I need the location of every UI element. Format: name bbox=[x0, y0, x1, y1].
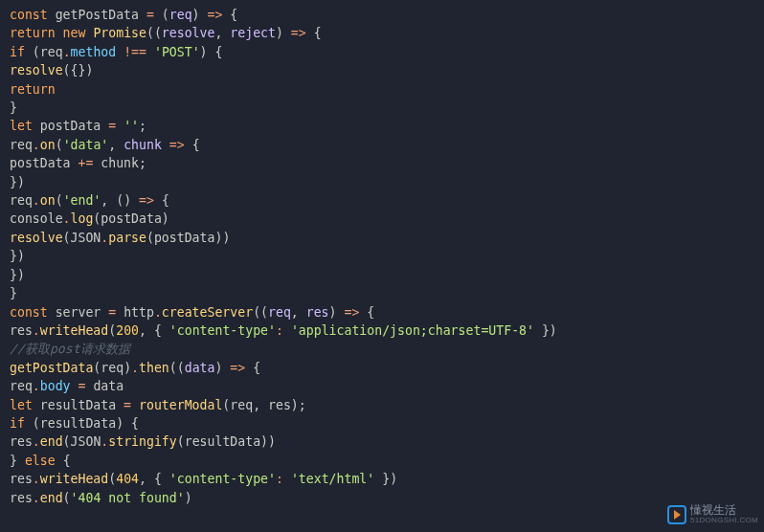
code-token: const bbox=[10, 8, 48, 22]
code-token: console bbox=[10, 211, 63, 226]
code-token: ) bbox=[200, 45, 208, 59]
play-icon bbox=[667, 505, 686, 524]
code-token: else bbox=[25, 454, 56, 468]
code-token bbox=[17, 454, 25, 468]
code-token bbox=[131, 398, 139, 412]
code-line: }) bbox=[10, 247, 764, 265]
code-token: chunk; bbox=[93, 156, 146, 170]
code-token: JSON bbox=[71, 434, 101, 449]
code-token bbox=[71, 379, 79, 393]
code-token: '' bbox=[124, 119, 139, 133]
code-token: req bbox=[10, 193, 33, 208]
code-token: 'end' bbox=[63, 193, 101, 208]
code-token: ) bbox=[329, 305, 337, 320]
code-token: => bbox=[169, 138, 185, 152]
code-token: }) bbox=[382, 472, 397, 486]
code-token: routerModal bbox=[139, 398, 222, 412]
code-token: ( bbox=[162, 8, 169, 22]
code-token bbox=[534, 323, 542, 338]
code-token bbox=[185, 138, 192, 152]
code-token: 'application/json;charset=UTF-8' bbox=[291, 323, 534, 338]
code-token: . bbox=[33, 472, 40, 486]
code-token: ) bbox=[291, 398, 299, 412]
code-token: parse bbox=[108, 231, 146, 245]
code-token bbox=[25, 416, 33, 431]
code-token: !== bbox=[124, 45, 146, 59]
code-token: on bbox=[40, 193, 56, 208]
code-token: ) bbox=[276, 26, 283, 40]
code-token: { bbox=[253, 361, 260, 375]
code-line: res.writeHead(404, { 'content-type': 'te… bbox=[10, 470, 764, 488]
code-token: ( bbox=[63, 434, 71, 449]
code-token: : bbox=[276, 472, 283, 486]
code-token bbox=[374, 472, 382, 486]
code-token: . bbox=[33, 491, 40, 505]
code-token bbox=[200, 8, 208, 22]
watermark-url: 51DONGSHI.COM bbox=[690, 517, 758, 524]
code-token: , bbox=[139, 472, 154, 486]
code-token bbox=[146, 45, 154, 59]
code-token: , bbox=[291, 305, 306, 320]
code-token: = bbox=[108, 119, 116, 133]
code-token: { bbox=[63, 454, 71, 468]
code-token: )) bbox=[260, 434, 276, 449]
code-line: resolve(JSON.parse(postData)) bbox=[10, 229, 764, 247]
code-token: () bbox=[116, 193, 131, 208]
code-token: (( bbox=[253, 305, 268, 320]
code-line: let resultData = routerModal(req, res); bbox=[10, 396, 764, 414]
code-token: ( bbox=[108, 323, 116, 338]
code-token bbox=[131, 193, 139, 208]
code-token: ( bbox=[108, 472, 116, 486]
code-token: ) bbox=[116, 416, 124, 431]
code-token: . bbox=[33, 434, 40, 449]
code-token: req bbox=[169, 8, 192, 22]
code-token: (( bbox=[169, 361, 185, 375]
code-token bbox=[116, 45, 124, 59]
code-token: , bbox=[101, 193, 116, 208]
code-token bbox=[283, 323, 291, 338]
code-token: ) bbox=[162, 211, 169, 226]
watermark: 懂视生活 51DONGSHI.COM bbox=[667, 504, 758, 524]
code-token: let bbox=[10, 119, 33, 133]
code-token: , bbox=[108, 138, 124, 152]
code-token: JSON bbox=[71, 231, 101, 245]
code-token: resultData bbox=[33, 398, 124, 412]
code-token: += bbox=[78, 156, 93, 170]
code-token: postData bbox=[33, 119, 108, 133]
code-token bbox=[56, 26, 63, 40]
code-token: postData bbox=[154, 231, 215, 245]
code-token: { bbox=[367, 305, 374, 320]
code-token: http bbox=[116, 305, 154, 320]
code-token: res bbox=[268, 398, 291, 412]
code-token: 'data' bbox=[63, 138, 109, 152]
code-token: => bbox=[344, 305, 359, 320]
code-token: : bbox=[276, 323, 283, 338]
code-token bbox=[25, 45, 33, 59]
code-line: req.on('end', () => { bbox=[10, 191, 764, 210]
code-token: if bbox=[10, 416, 25, 431]
code-token: )) bbox=[214, 231, 230, 245]
code-token: resolve bbox=[10, 231, 63, 245]
code-token: }) bbox=[10, 268, 25, 282]
code-line: if (resultData) { bbox=[10, 414, 764, 432]
code-token: server bbox=[48, 305, 109, 320]
code-token: ( bbox=[56, 138, 63, 152]
code-token: } bbox=[10, 454, 17, 468]
code-token: res bbox=[10, 472, 33, 486]
code-token: if bbox=[10, 45, 25, 59]
code-token: //获取post请求数据 bbox=[10, 342, 130, 356]
code-line: } bbox=[10, 99, 764, 117]
code-token: resultData bbox=[185, 434, 260, 449]
code-token: = bbox=[124, 398, 131, 412]
code-token: reject bbox=[230, 26, 276, 40]
code-line: return new Promise((resolve, reject) => … bbox=[10, 24, 764, 42]
code-token: ( bbox=[63, 491, 71, 505]
code-token bbox=[283, 472, 291, 486]
code-token: . bbox=[33, 323, 40, 338]
code-token: => bbox=[208, 8, 223, 22]
code-token: return bbox=[10, 26, 56, 40]
code-token: ) bbox=[124, 361, 131, 375]
code-token: writeHead bbox=[40, 472, 108, 486]
code-line: resolve({}) bbox=[10, 61, 764, 79]
code-token: . bbox=[33, 138, 40, 152]
